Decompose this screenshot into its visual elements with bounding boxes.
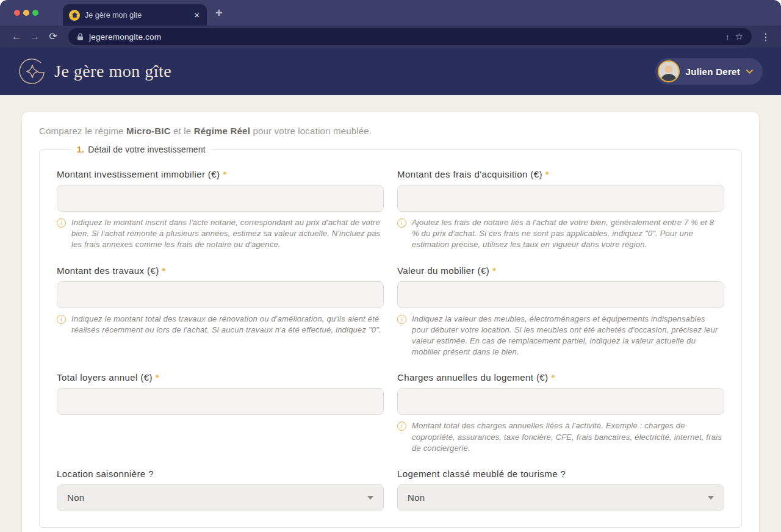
required-marker: * xyxy=(545,169,549,179)
required-marker: * xyxy=(552,372,555,383)
page-body: Comparez le régime Micro-BIC et le Régim… xyxy=(0,95,781,532)
field-meuble-tourisme: Logement classé meublé de tourisme ? Non xyxy=(397,469,724,511)
user-name: Julien Deret xyxy=(686,66,740,77)
field-helper: i Indiquez le montant inscrit dans l'act… xyxy=(57,217,384,251)
section-investissement-title: 1. Détail de votre investissement xyxy=(71,145,211,154)
field-helper: i Montant total des charges annuelles li… xyxy=(397,420,724,454)
field-valeur-mobilier: Valeur du mobilier (€)* i Indiquez la va… xyxy=(397,265,724,358)
bookmark-star-icon[interactable]: ☆ xyxy=(735,31,743,42)
avatar xyxy=(658,60,680,82)
field-total-loyers: Total loyers annuel (€)* xyxy=(57,372,384,454)
tab-strip: Je gère mon gite × + xyxy=(0,0,781,26)
field-label: Charges annuelles du logement (€)* xyxy=(397,372,724,383)
back-icon[interactable]: ← xyxy=(9,32,24,41)
info-icon: i xyxy=(57,315,66,324)
browser-toolbar: ← → ⟳ jegeremongite.com ↑ ☆ ⋮ xyxy=(0,26,781,48)
montant-travaux-input[interactable] xyxy=(57,281,384,308)
field-label: Montant des frais d'acquisition (€)* xyxy=(397,169,724,179)
intro-text: Comparez le régime Micro-BIC et le Régim… xyxy=(39,126,742,136)
field-label: Total loyers annuel (€)* xyxy=(57,372,384,383)
site-header: Je gère mon gîte Julien Deret xyxy=(0,48,781,95)
new-tab-button[interactable]: + xyxy=(215,7,223,19)
total-loyers-input[interactable] xyxy=(57,388,384,415)
meuble-tourisme-select[interactable]: Non xyxy=(397,484,724,511)
field-helper: i Indiquez la valeur des meubles, électr… xyxy=(397,314,724,358)
valeur-mobilier-input[interactable] xyxy=(397,281,724,308)
fullscreen-window-button[interactable] xyxy=(32,10,38,16)
tab-close-icon[interactable]: × xyxy=(193,10,201,20)
browser-window: Je gère mon gite × + ← → ⟳ jegeremongite… xyxy=(0,0,781,532)
field-frais-acquisition: Montant des frais d'acquisition (€)* i A… xyxy=(397,169,724,251)
user-menu-button[interactable]: Julien Deret xyxy=(655,58,763,85)
frais-acquisition-input[interactable] xyxy=(397,185,724,212)
browser-menu-icon[interactable]: ⋮ xyxy=(759,31,772,43)
brand[interactable]: Je gère mon gîte xyxy=(18,57,171,85)
lock-icon xyxy=(77,33,84,41)
charges-annuelles-input[interactable] xyxy=(397,388,724,415)
reload-icon[interactable]: ⟳ xyxy=(45,32,61,41)
brand-wordmark: Je gère mon gîte xyxy=(54,62,171,81)
share-icon[interactable]: ↑ xyxy=(725,32,730,41)
address-bar[interactable]: jegeremongite.com ↑ ☆ xyxy=(68,28,752,45)
browser-tab[interactable]: Je gère mon gite × xyxy=(63,4,207,26)
minimize-window-button[interactable] xyxy=(23,10,29,16)
section-investissement: 1. Détail de votre investissement Montan… xyxy=(39,145,742,528)
field-charges-annuelles: Charges annuelles du logement (€)* i Mon… xyxy=(397,372,724,454)
field-location-saisonniere: Location saisonnière ? Non xyxy=(57,469,384,511)
required-marker: * xyxy=(492,265,496,276)
site-favicon-icon xyxy=(69,10,80,21)
field-helper: i Ajoutez les frais de notaire liés à l'… xyxy=(397,217,724,251)
select-chevron-icon xyxy=(367,496,373,500)
info-icon: i xyxy=(397,422,406,431)
url-text: jegeremongite.com xyxy=(89,32,720,41)
field-montant-investissement: Montant investissement immobilier (€)* i… xyxy=(57,169,384,251)
close-window-button[interactable] xyxy=(14,10,20,16)
field-montant-travaux: Montant des travaux (€)* i Indiquez le m… xyxy=(57,265,384,358)
field-label: Location saisonnière ? xyxy=(57,469,384,479)
tab-title: Je gère mon gite xyxy=(85,11,188,20)
location-saisonniere-select[interactable]: Non xyxy=(57,484,384,511)
chevron-down-icon xyxy=(746,70,753,74)
info-icon: i xyxy=(397,315,406,324)
field-label: Montant investissement immobilier (€)* xyxy=(57,169,384,179)
field-label: Logement classé meublé de tourisme ? xyxy=(397,469,724,479)
simulator-card: Comparez le régime Micro-BIC et le Régim… xyxy=(22,112,759,532)
forward-icon[interactable]: → xyxy=(27,32,43,41)
field-label: Montant des travaux (€)* xyxy=(57,265,384,276)
required-marker: * xyxy=(156,372,159,383)
window-controls xyxy=(0,0,47,26)
field-helper: i Indiquez le montant total des travaux … xyxy=(57,314,384,336)
select-chevron-icon xyxy=(708,496,714,500)
required-marker: * xyxy=(162,265,166,276)
brand-logo-icon xyxy=(18,57,46,85)
montant-investissement-input[interactable] xyxy=(57,185,384,212)
info-icon: i xyxy=(57,218,66,228)
field-label: Valeur du mobilier (€)* xyxy=(397,265,724,276)
info-icon: i xyxy=(397,218,406,228)
required-marker: * xyxy=(223,169,226,179)
